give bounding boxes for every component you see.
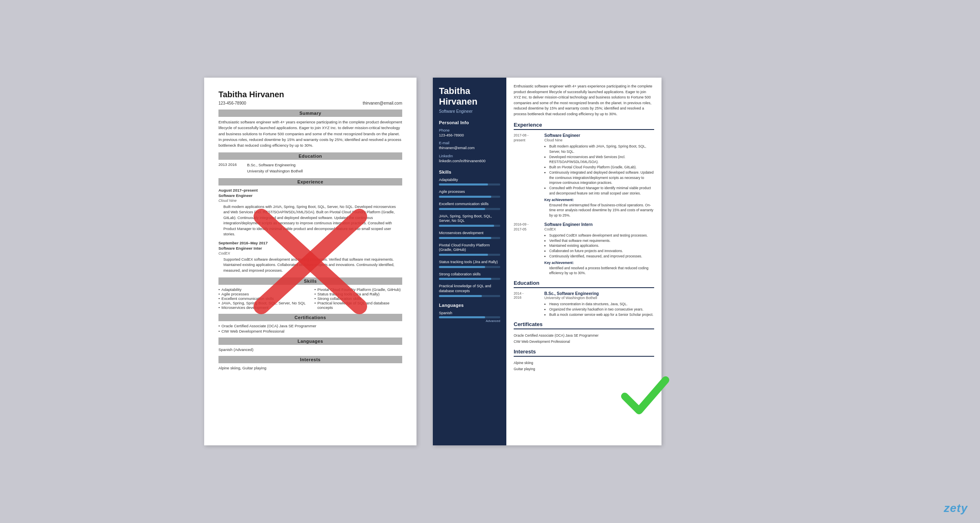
edu-main-col: B.Sc., Software Engineering University o… xyxy=(544,291,654,317)
skills-sidebar-title: Skills xyxy=(439,170,500,174)
exp-bullet: Developed microservices and Web Services… xyxy=(549,154,654,165)
exp-bullet: Continuously identified, measured, and i… xyxy=(549,254,654,259)
lang-bar: Spanish Advanced xyxy=(439,311,500,323)
edu-degree: B.Sc., Software Engineering xyxy=(247,162,303,168)
edu-school: University of Washington Bothell xyxy=(544,296,654,300)
exp1-role: Software Engineer xyxy=(218,193,402,198)
skill-bar-label: Practical knowledge of SQL and database … xyxy=(439,284,500,293)
skill-bar-bg xyxy=(439,225,500,227)
skill-bar: Adaptability xyxy=(439,178,500,186)
interest-right: Alpine skiing xyxy=(514,360,654,366)
skill-bar-bg xyxy=(439,183,500,186)
certs-right-container: Oracle Certified Associate (OCA) Java SE… xyxy=(514,333,654,344)
sidebar-phone: 123-456-78900 xyxy=(439,133,500,138)
certs-header: Certifications xyxy=(218,314,402,321)
interests-header: Interests xyxy=(218,356,402,363)
edu-detail: B.Sc., Software Engineering University o… xyxy=(247,162,303,174)
certificates-title: Certificates xyxy=(514,321,654,329)
lang-bar-bg xyxy=(439,316,500,318)
skill-bar-fill xyxy=(439,208,485,210)
skill-bar-label: Excellent communication skills xyxy=(439,202,500,207)
edu-school: University of Washington Bothell xyxy=(247,168,303,174)
cert-2: CIW Web Development Professional xyxy=(218,329,402,333)
key-achievement-label: Key achievement: xyxy=(544,198,654,202)
phone-label: Phone xyxy=(439,128,500,132)
skill-bar-label: Microservices development xyxy=(439,231,500,236)
skills-bars: Adaptability Agile processes Excellent c… xyxy=(439,178,500,297)
key-achievement-text: Identified and resolved a process bottle… xyxy=(549,266,654,276)
interests-right-container: Alpine skiingGuitar playing xyxy=(514,360,654,372)
cert-right: Oracle Certified Associate (OCA) Java SE… xyxy=(514,333,654,338)
edu-entry: 2014 -2016 B.Sc., Software Engineering U… xyxy=(514,291,654,317)
job-title: Software Engineer xyxy=(544,133,654,138)
skill-bar: Microservices development xyxy=(439,231,500,239)
exp-bullet: Collaborated on future projects and inno… xyxy=(549,248,654,254)
skill-bar: Pivotal Cloud Foundry Platform (Gradle, … xyxy=(439,243,500,256)
right-title: Software Engineer xyxy=(439,109,500,114)
lang-text: Spanish (Advanced) xyxy=(218,347,402,352)
exp1-bullets: Built modern applications with JAVA, Spr… xyxy=(223,204,402,237)
skill-bar-bg xyxy=(439,208,500,210)
right-name-line1: Tabitha xyxy=(439,86,470,96)
exp-bullet: Continuously integrated and deployed dev… xyxy=(549,170,654,186)
experience-header: Experience xyxy=(218,178,402,186)
skill-bar-label: Status tracking tools (Jira and Rally) xyxy=(439,260,500,265)
skill-bar: Practical knowledge of SQL and database … xyxy=(439,284,500,297)
skill-bar-bg xyxy=(439,278,500,280)
exp-entry-1: August 2017–present Software Engineer Cl… xyxy=(218,188,402,237)
exp-bullet: Maintained existing applications. xyxy=(549,243,654,248)
skill-2: Agile processes xyxy=(218,292,306,296)
summary-header: Summary xyxy=(218,110,402,117)
summary-text: Enthusiastic software engineer with 4+ y… xyxy=(218,119,402,148)
exp-bullet: Consulted with Product Manager to identi… xyxy=(549,186,654,196)
skill-bar-fill xyxy=(439,295,482,297)
experience-container: 2017-08 -present Software Engineer Cloud… xyxy=(514,133,654,276)
skill-bar-fill xyxy=(439,225,494,227)
zety-logo: zety xyxy=(944,502,968,515)
skills-right: Pivotal Cloud Foundry Platform (Gradle, … xyxy=(314,287,402,310)
cert-right: CIW Web Development Professional xyxy=(514,339,654,344)
education-header: Education xyxy=(218,152,402,160)
exp2-role-title: Software Engineer Inter xyxy=(218,246,262,250)
skill-3: Excellent communication skills xyxy=(218,296,306,301)
edu-degree: B.Sc., Software Engineering xyxy=(544,291,654,296)
lang-bar-label: Spanish xyxy=(439,311,500,315)
left-email: thirvanen@email.com xyxy=(363,101,402,105)
skill-bar-label: Adaptability xyxy=(439,178,500,183)
skill-bar-bg xyxy=(439,295,500,297)
exp-company: CodEX xyxy=(544,227,654,231)
skill-bar-fill xyxy=(439,196,491,198)
sidebar-linkedin: linkedin.com/in/thirvanen600 xyxy=(439,159,500,164)
lang-level: Advanced xyxy=(439,319,500,323)
skill-bar-label: JAVA, Spring, Spring Boot, SQL, Server, … xyxy=(439,214,500,224)
exp-main-col: Software Engineer Cloud Nine Built moder… xyxy=(544,133,654,218)
exp1-company: Cloud Nine xyxy=(218,199,402,203)
skill-bar-fill xyxy=(439,237,491,239)
skills-left: Adaptability Agile processes Excellent c… xyxy=(218,287,306,310)
interests-title: Interests xyxy=(514,349,654,357)
key-achievement-label: Key achievement: xyxy=(544,261,654,265)
exp-company: Cloud Nine xyxy=(544,138,654,142)
skill-bar: Status tracking tools (Jira and Rally) xyxy=(439,260,500,268)
right-sidebar: Tabitha Hirvanen Software Engineer Perso… xyxy=(433,78,506,445)
cert-1: Oracle Certified Associate (OCA) Java SE… xyxy=(218,324,402,328)
sidebar-email: thirvanen@email.com xyxy=(439,145,500,151)
skills-grid: Adaptability Agile processes Excellent c… xyxy=(218,287,402,310)
skill-bar-fill xyxy=(439,278,491,280)
job-title: Software Engineer Intern xyxy=(544,222,654,227)
right-name: Tabitha Hirvanen xyxy=(439,86,500,107)
key-achievement-text: Ensured the uninterrupted flow of busine… xyxy=(549,203,654,218)
exp2-date: September 2016–May 2017 xyxy=(218,241,402,245)
skill-6: Pivotal Cloud Foundry Platform (Gradle, … xyxy=(314,287,402,292)
exp-entry-2: September 2016–May 2017 Software Enginee… xyxy=(218,241,402,274)
edu-bullet: Organized the university hackathon in tw… xyxy=(549,307,654,312)
right-header-text: Enthusiastic software engineer with 4+ y… xyxy=(514,84,654,117)
skills-header: Skills xyxy=(218,277,402,285)
interest-text: Alpine skiing, Guitar playing xyxy=(218,366,402,370)
experience-title: Experience xyxy=(514,122,654,130)
exp-date-col: 2016-09 -2017-05 xyxy=(514,222,540,276)
email-label: E-mail xyxy=(439,141,500,145)
page-container: Tabitha Hirvanen 123-456-78900 thirvanen… xyxy=(204,78,776,445)
right-main-content: Enthusiastic software engineer with 4+ y… xyxy=(506,78,662,445)
edu-bullet: Heavy concentration in data structures, … xyxy=(549,302,654,307)
